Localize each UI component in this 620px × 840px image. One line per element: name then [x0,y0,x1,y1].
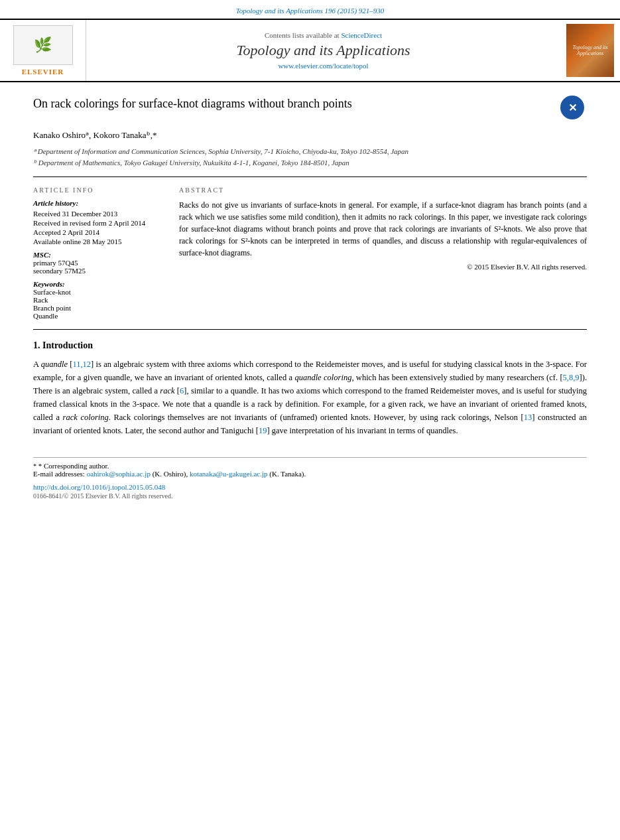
journal-url[interactable]: www.elsevier.com/locate/topol [278,62,368,70]
crossmark-badge[interactable]: ✕ [560,96,587,122]
msc-label: MSC: [33,251,166,259]
quandle-coloring-term: quandle coloring [294,373,351,382]
ref-5-8-9[interactable]: 5,8,9 [563,373,580,382]
email-oshiro-name: (K. Oshiro), [153,470,188,478]
quandle-term: quandle [41,360,68,369]
abstract-col: ABSTRACT Racks do not give us invariants… [179,186,587,320]
rack-term: rack [160,386,174,395]
ref-13[interactable]: 13 [524,413,532,422]
intro-paragraph-1: A quandle [11,12] is an algebraic system… [33,358,587,437]
elsevier-logo-icon: 🌿 [34,36,52,54]
intro-heading: 1. Introduction [33,340,587,351]
elsevier-name: ELSEVIER [22,68,64,76]
email-tanaka[interactable]: kotanaka@u-gakugei.ac.jp [190,470,268,478]
copyright-line: © 2015 Elsevier B.V. All rights reserved… [179,263,587,271]
ref-6[interactable]: 6 [180,386,184,395]
keyword-1: Rack [33,296,166,304]
keywords-section: Keywords: Surface-knot Rack Branch point… [33,280,166,320]
doi-link[interactable]: http://dx.doi.org/10.1016/j.topol.2015.0… [33,483,165,491]
footnote-star: * [33,462,36,470]
crossmark-icon[interactable]: ✕ [560,96,584,119]
keyword-3: Quandle [33,312,166,320]
history-item-3: Available online 28 May 2015 [33,238,166,245]
journal-info-center: Contents lists available at ScienceDirec… [86,20,560,81]
authors: Kanako Oshiroᵃ, Kokoro Tanakaᵇ,* [33,130,156,140]
history-item-0: Received 31 December 2013 [33,210,166,218]
ref-11-12[interactable]: 11,12 [72,360,91,369]
paper-content: On rack colorings for surface-knot diagr… [0,82,620,513]
corresponding-label: * Corresponding author. [38,462,109,470]
keywords-title: Keywords: [33,280,166,288]
journal-header: Topology and its Applications 196 (2015)… [0,0,620,20]
email-line: E-mail addresses: oahirok@sophia.ac.jp (… [33,470,587,478]
journal-name: Topology and its Applications [236,42,410,59]
paper-title: On rack colorings for surface-knot diagr… [33,96,550,112]
email-oshiro[interactable]: oahirok@sophia.ac.jp [87,470,151,478]
rack-coloring-term: rack coloring [63,413,109,422]
abstract-label: ABSTRACT [179,186,587,194]
affiliation-b: ᵇ Department of Mathematics, Tokyo Gakug… [33,159,587,167]
authors-line: Kanako Oshiroᵃ, Kokoro Tanakaᵇ,* [33,130,587,141]
abstract-text: Racks do not give us invariants of surfa… [179,199,587,259]
corresponding-author-note: * * Corresponding author. [33,462,587,470]
elsevier-logo-box: 🌿 [13,25,73,65]
paper-title-section: On rack colorings for surface-knot diagr… [33,96,587,122]
elsevier-logo-area: 🌿 ELSEVIER [0,20,86,81]
journal-cover-image: Topology and its Applications [566,24,614,77]
msc-secondary: secondary 57M25 [33,267,166,275]
article-info-col: ARTICLE INFO Article history: Received 3… [33,186,166,320]
footnote-area: * * Corresponding author. E-mail address… [33,457,587,500]
affiliation-a: ᵃ Department of Information and Communic… [33,147,587,156]
keyword-2: Branch point [33,304,166,312]
article-history-title: Article history: [33,199,166,207]
sciencedirect-link[interactable]: ScienceDirect [341,31,382,39]
journal-citation: Topology and its Applications 196 (2015)… [236,7,385,15]
ref-19[interactable]: 19 [259,426,267,435]
divider-1 [33,176,587,177]
issn-line: 0166-8641/© 2015 Elsevier B.V. All right… [33,492,587,500]
email-label: E-mail addresses: [33,470,85,478]
article-meta-section: ARTICLE INFO Article history: Received 3… [33,186,587,320]
doi-line: http://dx.doi.org/10.1016/j.topol.2015.0… [33,483,587,491]
msc-section: MSC: primary 57Q45 secondary 57M25 [33,251,166,275]
history-item-1: Received in revised form 2 April 2014 [33,219,166,227]
introduction-section: 1. Introduction A quandle [11,12] is an … [33,340,587,437]
msc-primary: primary 57Q45 [33,259,166,267]
divider-2 [33,329,587,330]
journal-cover-area: Topology and its Applications [560,20,620,81]
keyword-0: Surface-knot [33,288,166,296]
email-tanaka-name: (K. Tanaka). [269,470,306,478]
history-item-2: Accepted 2 April 2014 [33,228,166,236]
contents-label: Contents lists available at ScienceDirec… [265,31,382,39]
publisher-bar: 🌿 ELSEVIER Contents lists available at S… [0,20,620,82]
article-info-label: ARTICLE INFO [33,186,166,194]
